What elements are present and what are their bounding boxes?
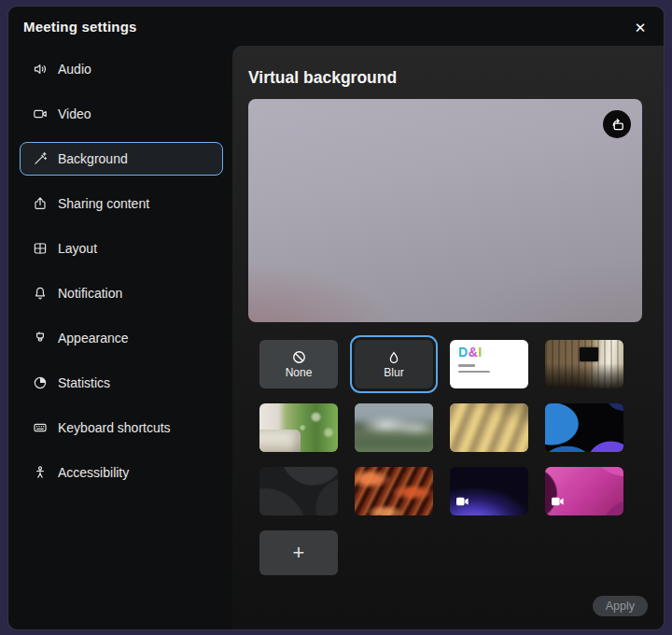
speaker-icon	[33, 62, 48, 77]
bell-icon	[33, 286, 48, 301]
add-background-button[interactable]: +	[259, 530, 338, 575]
background-option-living-room-photo[interactable]	[259, 403, 338, 452]
sidebar-item-label: Statistics	[58, 375, 110, 390]
sidebar-item-label: Audio	[58, 62, 91, 77]
sidebar-item-label: Layout	[58, 241, 97, 256]
background-option-purple-glow-video[interactable]	[450, 467, 528, 515]
no-background-icon	[291, 349, 307, 365]
camera-preview	[248, 99, 642, 322]
camera-icon	[33, 106, 48, 121]
person-icon	[33, 465, 48, 480]
plus-icon: +	[293, 543, 305, 563]
dandi-logo-text: D&I	[458, 346, 483, 359]
background-option-blur-selected[interactable]: Blur	[355, 340, 433, 388]
background-option-none[interactable]: None	[259, 340, 338, 388]
sidebar-item-sharing-content[interactable]: Sharing content	[20, 187, 223, 220]
blurred-image	[355, 467, 433, 515]
tile-label: Blur	[384, 366, 403, 379]
background-option-blurred-window-light[interactable]	[450, 403, 528, 452]
sidebar-item-label: Keyboard shortcuts	[58, 420, 171, 435]
background-option-office-photo[interactable]	[545, 340, 623, 388]
dandi-tagline-line	[458, 371, 490, 374]
sidebar-item-statistics[interactable]: Statistics	[20, 366, 223, 400]
sidebar-item-appearance[interactable]: Appearance	[20, 321, 223, 355]
meeting-settings-dialog: Meeting settings ✕ Audio Video Backgroun…	[7, 6, 665, 630]
share-icon	[33, 196, 48, 211]
sidebar-item-keyboard-shortcuts[interactable]: Keyboard shortcuts	[20, 411, 223, 444]
droplet-icon	[386, 350, 401, 365]
video-camera-icon	[456, 495, 469, 509]
background-option-lava-texture[interactable]	[355, 467, 433, 515]
blurred-image	[355, 403, 433, 452]
virtual-background-panel: Virtual background None Blur D&I	[232, 46, 664, 629]
pie-chart-icon	[33, 375, 48, 390]
sidebar-item-label: Appearance	[58, 331, 129, 346]
sidebar-item-label: Sharing content	[58, 196, 149, 211]
video-camera-icon	[552, 495, 564, 509]
dandi-tagline-line	[458, 364, 475, 367]
settings-sidebar: Audio Video Background Sharing content L…	[8, 52, 232, 501]
sidebar-item-notification[interactable]: Notification	[20, 276, 223, 310]
tile-label: None	[286, 366, 313, 379]
background-tiles-grid: None Blur D&I	[259, 340, 664, 515]
apply-button[interactable]: Apply	[593, 596, 648, 616]
paintbrush-icon	[33, 331, 48, 346]
sidebar-item-layout[interactable]: Layout	[20, 232, 223, 265]
sidebar-item-label: Background	[58, 151, 128, 166]
close-icon[interactable]: ✕	[628, 16, 652, 40]
background-option-blurred-mountains[interactable]	[355, 403, 433, 452]
sidebar-item-label: Accessibility	[58, 465, 129, 480]
panel-heading: Virtual background	[248, 68, 664, 88]
flip-camera-button[interactable]	[603, 110, 631, 138]
magic-wand-icon	[33, 151, 48, 166]
dialog-title: Meeting settings	[23, 19, 137, 35]
sidebar-item-accessibility[interactable]: Accessibility	[20, 456, 223, 489]
grid-icon	[33, 241, 48, 256]
background-option-dark-swirl[interactable]	[259, 467, 338, 515]
blurred-image	[450, 403, 528, 452]
background-option-abstract-blue[interactable]	[545, 403, 623, 452]
flip-camera-icon	[609, 117, 625, 133]
sidebar-item-video[interactable]: Video	[20, 97, 223, 131]
keyboard-icon	[33, 420, 48, 435]
background-option-pink-waves-video[interactable]	[545, 467, 623, 515]
sidebar-item-audio[interactable]: Audio	[20, 52, 223, 86]
sidebar-item-background[interactable]: Background	[20, 142, 223, 176]
background-option-dandi-logo[interactable]: D&I	[450, 340, 528, 388]
sidebar-item-label: Notification	[58, 286, 122, 301]
sidebar-item-label: Video	[58, 106, 91, 121]
